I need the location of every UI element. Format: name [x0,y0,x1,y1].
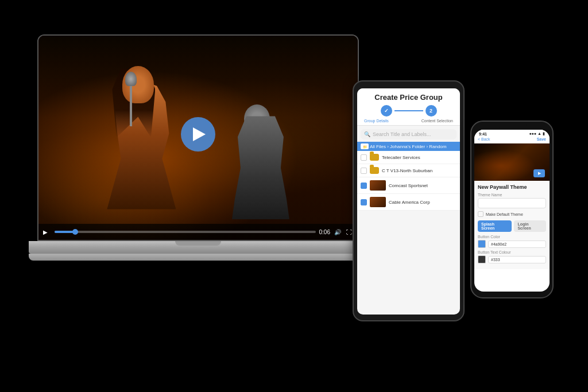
stepper-progress: ✓ 2 [362,105,455,117]
phone-nav-header: < Back Save [474,136,550,143]
signal-icon: ●●● [529,131,536,136]
phone-time: 9:41 [479,132,487,136]
file-item[interactable]: Comcast Sportsnet [357,177,460,194]
step-1-circle: ✓ [381,105,392,117]
video-time: 0:06 [319,229,330,235]
breadcrumb-folder-icon: 📁 [361,143,369,149]
file-checkbox-1[interactable] [361,154,367,161]
play-icon [193,127,206,141]
breadcrumb-path: All Files › Johanna's Folder › Random [370,144,447,149]
battery-icon: ▮ [543,131,545,136]
folder-icon [370,154,379,161]
file-name-4: Cable America Corp [389,200,457,205]
file-checkbox-2[interactable] [361,168,367,174]
step-2-label: Content Selection [421,119,453,123]
tablet-header: Create Price Group ✓ 2 Group Details Con… [357,88,460,126]
text-color-value: #333 [488,256,546,263]
screen-tabs: Splash Screen Login Screen [478,220,546,232]
guitarist-figure [220,104,300,219]
wifi-icon: ▲ [537,131,541,136]
file-item[interactable]: Telecaller Services [357,151,460,164]
progress-dot [72,229,78,235]
make-default-row[interactable]: Make Default Theme [478,211,546,217]
laptop-device: ▶ 0:06 🔊 ⛶ [29,34,368,281]
splash-screen-tab[interactable]: Splash Screen [478,220,512,232]
file-item[interactable]: Cable America Corp [357,194,460,211]
phone-status-bar: 9:41 ●●● ▲ ▮ [474,130,550,136]
step-1-label: Group Details [364,119,389,123]
phone-form-content: New Paywall Theme Theme Name Make Defaul… [474,181,550,269]
search-placeholder-text: Search Title and Labels... [373,131,431,137]
file-checkbox-3[interactable] [361,183,367,189]
step-line [394,110,423,111]
file-name-2: C T V13-North Suburban [382,168,457,173]
mic-head [125,72,137,86]
text-color-label: Button Text Colour [478,250,546,254]
laptop-base [29,241,368,254]
file-checkbox-4[interactable] [361,199,367,205]
main-scene: ▶ 0:06 🔊 ⛶ Create Price Group ✓ [0,0,588,392]
laptop-screen: ▶ 0:06 🔊 ⛶ [37,34,359,241]
phone-section-title: New Paywall Theme [478,184,546,190]
tablet-page-title: Create Price Group [362,93,455,102]
button-color-label: Button Color [478,235,546,239]
phone-device: 9:41 ●●● ▲ ▮ < Back Save ▶ New Paywall T… [470,121,554,298]
singer-figure [86,66,189,209]
video-thumbnail-3 [370,180,386,191]
play-pause-button[interactable]: ▶ [43,228,51,236]
make-default-checkbox[interactable] [478,211,483,217]
back-button[interactable]: < Back [478,137,490,141]
file-item[interactable]: C T V13-North Suburban [357,164,460,177]
button-color-picker[interactable]: #4a90e2 [478,240,546,248]
video-controls-bar: ▶ 0:06 🔊 ⛶ [38,224,358,240]
button-color-swatch[interactable] [478,240,486,248]
progress-bar[interactable] [55,231,316,233]
file-name-3: Comcast Sportsnet [389,183,457,188]
volume-icon[interactable]: 🔊 [334,228,342,236]
theme-name-input[interactable] [478,198,546,208]
fullscreen-icon[interactable]: ⛶ [345,228,353,236]
breadcrumb-bar: 📁 All Files › Johanna's Folder › Random [357,142,460,151]
phone-video-preview: ▶ [474,143,550,181]
tablet-search-bar[interactable]: 🔍 Search Title and Labels... [361,129,457,139]
text-color-swatch[interactable] [478,255,486,263]
tablet-device: Create Price Group ✓ 2 Group Details Con… [353,80,465,321]
search-icon: 🔍 [364,131,370,137]
laptop-video-player: ▶ 0:06 🔊 ⛶ [38,36,358,240]
theme-name-label: Theme Name [478,193,546,197]
phone-status-icons: ●●● ▲ ▮ [529,131,545,136]
login-screen-tab[interactable]: Login Screen [514,220,546,232]
save-button[interactable]: Save [537,137,546,141]
tablet-screen: Create Price Group ✓ 2 Group Details Con… [357,88,460,315]
folder-icon [370,167,379,174]
button-color-value: #4a90e2 [488,240,546,248]
video-thumbnail-4 [370,197,386,207]
laptop-bottom [29,254,385,261]
phone-notch [498,122,527,130]
file-list: Telecaller Services C T V13-North Suburb… [357,151,460,211]
step-labels: Group Details Content Selection [362,119,455,123]
play-button[interactable] [181,117,215,152]
make-default-label: Make Default Theme [486,212,523,216]
phone-video-play[interactable]: ▶ [533,169,545,177]
mic-stand [130,80,132,126]
text-color-picker[interactable]: #333 [478,255,546,263]
step-2-circle: 2 [425,105,437,117]
phone-screen: 9:41 ●●● ▲ ▮ < Back Save ▶ New Paywall T… [474,130,550,292]
guitarist-body [232,116,289,219]
file-name-1: Telecaller Services [382,155,457,160]
